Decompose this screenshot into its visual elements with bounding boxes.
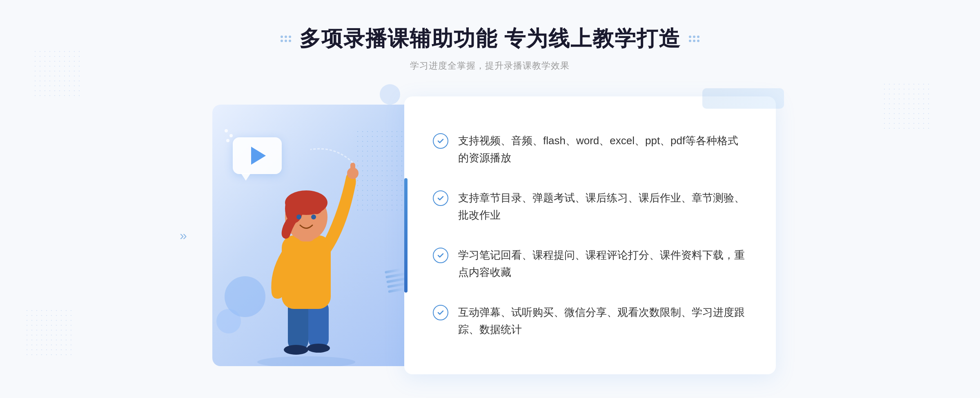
page-container: 多项录播课辅助功能 专为线上教学打造 学习进度全掌握，提升录播课教学效果 »	[0, 0, 980, 398]
feature-text-2: 支持章节目录、弹题考试、课后练习、课后作业、章节测验、批改作业	[458, 190, 747, 224]
svg-rect-7	[282, 235, 331, 309]
feature-text-4: 互动弹幕、试听购买、微信分享、观看次数限制、学习进度跟踪、数据统计	[458, 304, 747, 338]
feature-item-2: 支持章节目录、弹题考试、课后练习、课后作业、章节测验、批改作业	[433, 190, 747, 224]
header-section: 多项录播课辅助功能 专为线上教学打造 学习进度全掌握，提升录播课教学效果	[281, 25, 699, 72]
content-area: »	[204, 96, 776, 374]
chevron-icon: »	[180, 229, 187, 242]
sparkle-decoration	[225, 129, 233, 142]
check-icon-3	[433, 248, 448, 263]
svg-point-13	[296, 215, 301, 219]
top-right-decoration	[702, 88, 784, 109]
check-icon-1	[433, 133, 448, 149]
small-circle-deco	[380, 84, 400, 105]
decoration-dots-left	[281, 36, 291, 42]
svg-rect-6	[308, 345, 328, 351]
left-chevrons-decoration: »	[180, 229, 187, 242]
check-circle-3	[433, 248, 448, 263]
illustration-bg	[212, 105, 416, 366]
blue-bar-decoration	[404, 178, 408, 293]
feature-item-4: 互动弹幕、试听购买、微信分享、观看次数限制、学习进度跟踪、数据统计	[433, 304, 747, 338]
feature-text-1: 支持视频、音频、flash、word、excel、ppt、pdf等各种格式的资源…	[458, 132, 747, 166]
feature-item-3: 学习笔记回看、课程提问、课程评论打分、课件资料下载，重点内容收藏	[433, 247, 747, 281]
check-circle-1	[433, 133, 448, 149]
check-circle-4	[433, 305, 448, 320]
deco-circle-small	[216, 309, 241, 333]
illustration-panel	[204, 96, 416, 374]
feature-item-1: 支持视频、音频、flash、word、excel、ppt、pdf等各种格式的资源…	[433, 132, 747, 166]
svg-rect-4	[286, 347, 306, 353]
check-circle-2	[433, 190, 448, 206]
features-panel: 支持视频、音频、flash、word、excel、ppt、pdf等各种格式的资源…	[404, 96, 776, 374]
svg-point-14	[311, 215, 316, 219]
svg-rect-16	[350, 163, 355, 175]
page-subtitle: 学习进度全掌握，提升录播课教学效果	[281, 60, 699, 72]
check-icon-4	[433, 305, 448, 320]
decoration-dots-right	[689, 36, 699, 42]
feature-text-3: 学习笔记回看、课程提问、课程评论打分、课件资料下载，重点内容收藏	[458, 247, 747, 281]
svg-point-12	[310, 198, 323, 214]
svg-point-0	[257, 356, 355, 366]
page-title: 多项录播课辅助功能 专为线上教学打造	[299, 25, 681, 53]
person-illustration	[237, 145, 376, 366]
check-icon-2	[433, 190, 448, 206]
